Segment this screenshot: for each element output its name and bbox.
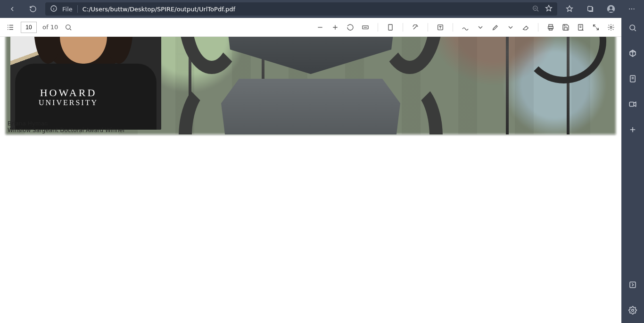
page-count-label: of 10 (42, 24, 58, 31)
svg-rect-2 (588, 7, 592, 11)
add-icon[interactable] (628, 125, 637, 136)
svg-point-21 (610, 26, 612, 28)
page-view-icon[interactable] (386, 23, 395, 32)
svg-point-7 (634, 8, 635, 9)
svg-point-4 (610, 7, 612, 9)
save-icon[interactable] (561, 23, 570, 32)
svg-point-13 (66, 25, 70, 29)
print-icon[interactable] (546, 23, 555, 32)
pdf-scroll-area[interactable]: HU Our community of more than 12,000 und… (0, 37, 621, 323)
svg-rect-15 (388, 25, 392, 30)
svg-point-12 (632, 309, 634, 312)
find-icon[interactable] (64, 23, 73, 32)
chevron-down-icon[interactable] (506, 23, 515, 32)
pdf-toolbar: of 10 (0, 18, 621, 37)
svg-rect-11 (630, 282, 636, 288)
zoom-icon[interactable] (532, 5, 539, 14)
office-icon[interactable] (628, 75, 637, 85)
zoom-out-icon[interactable] (315, 23, 325, 32)
contents-icon[interactable] (6, 23, 15, 32)
info-icon (50, 5, 58, 14)
separator (538, 23, 538, 32)
portrait-image: HOWARD UNIVERSITY (10, 37, 161, 130)
page-number-input[interactable] (21, 22, 37, 33)
fit-width-icon[interactable] (361, 23, 370, 32)
separator (77, 5, 78, 13)
favorites-button[interactable] (561, 2, 578, 16)
separator (428, 23, 428, 32)
outlook-icon[interactable] (628, 100, 637, 110)
shirt-logo: HOWARD UNIVERSITY (39, 87, 98, 107)
svg-point-8 (630, 25, 635, 30)
url-scheme: File (62, 6, 73, 13)
pdf-page: HU Our community of more than 12,000 und… (6, 37, 616, 134)
search-icon[interactable] (628, 24, 637, 34)
shield-text: HU (221, 133, 400, 134)
caption-name: Briana Hyman (8, 120, 48, 127)
refresh-button[interactable] (25, 2, 41, 16)
draw-icon[interactable] (461, 23, 470, 32)
add-favorite-icon[interactable] (545, 5, 553, 14)
pdf-viewer: of 10 (0, 18, 621, 323)
fullscreen-icon[interactable] (591, 23, 601, 32)
svg-point-6 (631, 8, 632, 9)
expand-icon[interactable] (628, 281, 637, 291)
erase-icon[interactable] (521, 23, 530, 32)
highlight-icon[interactable] (491, 23, 500, 32)
chevron-down-icon[interactable] (476, 23, 485, 32)
rotate-icon[interactable] (346, 23, 355, 32)
address-bar[interactable]: File C:/Users/buttw/Desktop/SPIRE/output… (45, 2, 557, 16)
separator (403, 23, 403, 32)
collections-button[interactable] (582, 2, 599, 16)
separator (378, 23, 378, 32)
profile-button[interactable] (603, 2, 619, 16)
back-button[interactable] (4, 2, 21, 16)
save-as-icon[interactable] (576, 23, 586, 32)
more-button[interactable] (623, 2, 640, 16)
zoom-in-icon[interactable] (330, 23, 340, 32)
svg-point-5 (629, 8, 630, 9)
url-path: C:/Users/buttw/Desktop/SPIRE/output/UrlT… (83, 6, 527, 13)
read-aloud-icon[interactable] (411, 23, 420, 32)
browser-sidebar (621, 18, 644, 323)
shield-text: HU (221, 37, 400, 42)
tools-icon[interactable] (628, 49, 637, 59)
browser-toolbar: File C:/Users/buttw/Desktop/SPIRE/output… (0, 0, 644, 18)
svg-rect-10 (629, 102, 634, 107)
settings-icon[interactable] (606, 23, 616, 32)
add-text-icon[interactable] (436, 23, 445, 32)
caption-title: Winslow Sargeant Doctoral Award Winner (8, 127, 125, 133)
settings-icon[interactable] (628, 306, 637, 316)
separator (453, 23, 453, 32)
